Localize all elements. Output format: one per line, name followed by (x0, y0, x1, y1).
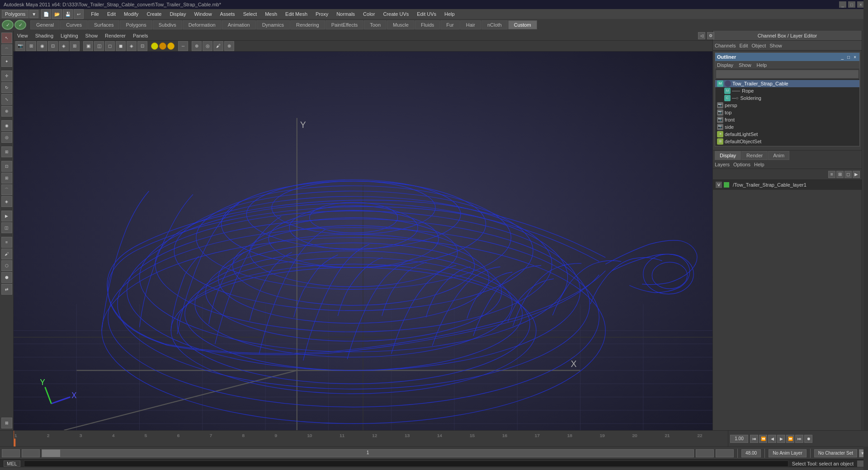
light-btn-1[interactable] (151, 42, 158, 50)
menu-proxy[interactable]: Proxy (312, 10, 332, 18)
tab-general[interactable]: General (30, 20, 60, 29)
vp-smooth2-btn[interactable]: ◼ (116, 41, 126, 51)
timeline-ruler[interactable]: 1 2 3 4 5 6 7 8 9 10 11 12 13 14 15 16 1… (14, 431, 728, 446)
timeline[interactable]: 1 2 3 4 5 6 7 8 9 10 11 12 13 14 15 16 1… (0, 430, 868, 446)
undo-btn[interactable]: ↩ (74, 9, 84, 19)
tab-curves[interactable]: Curves (60, 20, 88, 29)
next-keyframe-btn[interactable]: ⏭ (795, 435, 803, 443)
light-btn-3[interactable] (167, 42, 175, 50)
tree-item-rope[interactable]: M —— Rope (715, 87, 859, 94)
no-anim-layer-btn[interactable]: No Anim Layer (769, 449, 807, 457)
layer-vis-toggle[interactable]: V (716, 182, 722, 188)
mode-menu-arrow[interactable]: ▼ (29, 10, 38, 18)
move-btn[interactable]: ✛ (1, 70, 12, 81)
paint-weights-btn[interactable]: ⬡ (1, 260, 12, 271)
quick-btn-2[interactable]: ✓ (14, 20, 26, 30)
range-start2-input[interactable]: 1.00 (22, 449, 40, 457)
layer-btn-3[interactable]: ◻ (844, 171, 852, 178)
layer-sub-options[interactable]: Options (733, 162, 750, 167)
paint-skin-btn[interactable]: ⬢ (1, 272, 12, 283)
menu-edit-uvs[interactable]: Edit UVs (413, 10, 440, 18)
select-tool-btn[interactable]: ↖ (1, 33, 12, 43)
vp-paint-btn[interactable]: 🖌 (213, 41, 223, 51)
light-btn-2[interactable] (159, 42, 166, 50)
tab-dynamics[interactable]: Dynamics (256, 20, 290, 29)
snap-to-pts-btn[interactable]: ⊡ (1, 161, 12, 172)
minimize-button[interactable]: _ (839, 1, 846, 8)
menu-file[interactable]: File (87, 10, 103, 18)
outliner-search-input[interactable] (716, 70, 859, 78)
cb-settings-btn[interactable]: ⚙ (707, 32, 714, 39)
range-end-input[interactable]: 24 (696, 449, 714, 457)
tree-item-top[interactable]: 📷 top (715, 109, 859, 116)
layer-sub-help[interactable]: Help (754, 162, 764, 167)
menu-display[interactable]: Display (166, 10, 189, 18)
universal-manip-btn[interactable]: ⊕ (1, 106, 12, 117)
rotate-btn[interactable]: ↻ (1, 82, 12, 93)
show-manip-btn[interactable]: ⊞ (1, 146, 12, 157)
cb-tab-show[interactable]: Show (769, 43, 782, 48)
tab-polygons[interactable]: Polygons (120, 20, 152, 29)
vp-render-all-btn[interactable]: ◉ (37, 41, 47, 51)
layer-edit-btn[interactable]: ≡ (1, 237, 12, 248)
vp-snap-camera-btn[interactable]: ⊕ (192, 41, 202, 51)
layer-btn-2[interactable]: ⊞ (836, 171, 844, 178)
vp-res-btn[interactable]: ⊡ (137, 41, 147, 51)
tab-muscle[interactable]: Muscle (387, 20, 415, 29)
vp-obj-type-btn[interactable]: ▣ (83, 41, 93, 51)
command-input[interactable] (24, 461, 788, 467)
menu-modify[interactable]: Modify (120, 10, 142, 18)
prev-frame-btn[interactable]: ⏪ (759, 435, 767, 443)
vp-grid-btn[interactable]: ⊞ (70, 41, 80, 51)
new-scene-btn[interactable]: 📄 (41, 9, 51, 19)
vp-camera-btn[interactable]: 📷 (15, 41, 25, 51)
vp-select-btn[interactable]: ⊞ (26, 41, 36, 51)
layer-sub-layers[interactable]: Layers (715, 162, 730, 167)
anim-end-input[interactable]: 24.00 (716, 449, 734, 457)
tab-rendering[interactable]: Rendering (290, 20, 325, 29)
layer-row-1[interactable]: V /Tow_Trailer_Strap_Cable_layer1 (714, 181, 861, 189)
cb-tab-channels[interactable]: Channels (715, 43, 736, 48)
tree-item-front[interactable]: 📷 front (715, 116, 859, 123)
outliner-scrollbar[interactable] (863, 0, 868, 470)
vp-wireframe2-btn[interactable]: ◻ (105, 41, 115, 51)
menu-select[interactable]: Select (240, 10, 261, 18)
layer-btn-1[interactable]: ≡ (828, 171, 835, 178)
cb-tab-edit[interactable]: Edit (739, 43, 748, 48)
tree-item-tow-trailer[interactable]: M Tow_Trailer_Strap_Cable (715, 80, 859, 87)
record-btn[interactable]: ⏺ (804, 435, 812, 443)
sculpt-btn[interactable]: ◎ (1, 132, 12, 143)
lasso-btn[interactable]: ⌒ (1, 44, 12, 55)
menu-create[interactable]: Create (143, 10, 165, 18)
vp-hardware-btn[interactable]: ◈ (127, 41, 137, 51)
quick-btn-1[interactable]: ✓ (2, 20, 14, 30)
vp-xray-btn[interactable]: ⊗ (224, 41, 234, 51)
panels-menu[interactable]: Panels (133, 33, 148, 38)
layer-tab-display[interactable]: Display (715, 151, 741, 160)
next-frame-btn[interactable]: ⏩ (786, 435, 794, 443)
vp-manip-btn[interactable]: ↔ (178, 41, 188, 51)
quick-layout-btn[interactable]: ⊠ (1, 418, 12, 428)
menu-window[interactable]: Window (190, 10, 215, 18)
range-slider[interactable]: 1 (42, 449, 694, 457)
cb-tab-object[interactable]: Object (751, 43, 766, 48)
tree-item-default-obj[interactable]: ⊞ defaultObjectSet (715, 138, 859, 145)
outliner-min-btn[interactable]: _ (840, 55, 845, 60)
tree-item-persp[interactable]: 📷 persp (715, 102, 859, 109)
vp-wireframe-btn[interactable]: ⊡ (48, 41, 58, 51)
menu-assets[interactable]: Assets (217, 10, 239, 18)
render-btn[interactable]: ▶ (1, 211, 12, 221)
scale-btn[interactable]: ⤡ (1, 94, 12, 105)
open-btn[interactable]: 📂 (52, 9, 62, 19)
tab-animation[interactable]: Animation (222, 20, 256, 29)
layer-btn-4[interactable]: ▶ (853, 171, 860, 178)
tab-hair[interactable]: Hair (460, 20, 481, 29)
vp-iso-btn[interactable]: ◎ (203, 41, 212, 51)
outliner-close-btn[interactable]: × (852, 55, 858, 60)
out-menu-show[interactable]: Show (739, 62, 751, 68)
range-handle[interactable] (42, 450, 60, 457)
paint-brush-btn[interactable]: 🖌 (1, 249, 12, 259)
play-back-btn[interactable]: ◀ (768, 435, 776, 443)
snap-to-surface-btn[interactable]: ◈ (1, 196, 12, 207)
ipr-render-btn[interactable]: ◫ (1, 222, 12, 233)
